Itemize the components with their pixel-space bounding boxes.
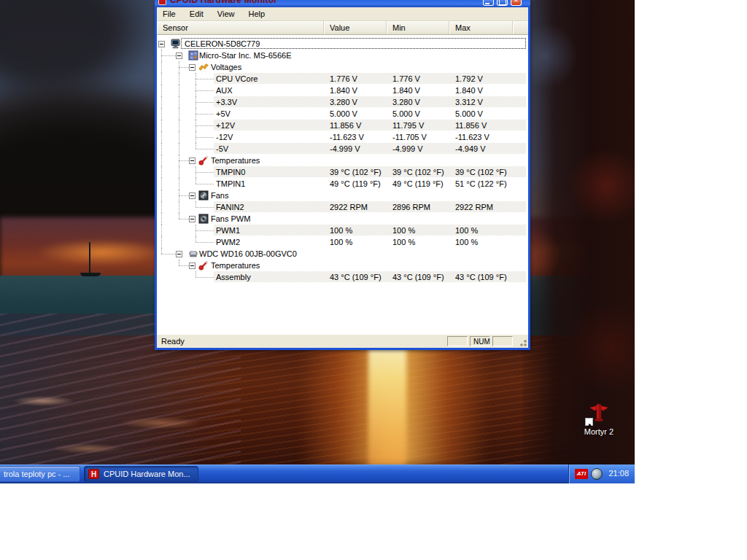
max-cell: 100 % (455, 238, 478, 246)
tree-row[interactable]: AUX1.840 V1.840 V1.840 V (157, 85, 528, 96)
column-header-max[interactable]: Max (449, 21, 513, 34)
tree-row[interactable]: Temperatures (157, 260, 528, 271)
menu-item-edit[interactable]: Edit (184, 7, 209, 21)
tree-rail (196, 236, 196, 242)
tree-row[interactable]: WDC WD16 00JB-00GVC0 (157, 248, 528, 260)
tree-rail (179, 190, 179, 195)
column-header-min[interactable]: Min (387, 21, 449, 34)
motherboard-icon (188, 50, 198, 61)
taskbar-button-teploty[interactable]: trola teploty pc - ... (0, 466, 80, 482)
tree-rail (161, 166, 162, 178)
tree-connector (161, 55, 176, 56)
tree-rail (161, 190, 162, 201)
tree-rail (179, 213, 179, 219)
status-ready: Ready (161, 337, 185, 346)
tree-connector (196, 230, 214, 231)
minimize-button[interactable] (483, 0, 494, 6)
tree-expander-minus[interactable] (189, 64, 196, 71)
min-cell: 11.795 V (392, 121, 424, 130)
system-tray: ATI 21:08 (568, 464, 635, 483)
sailboat-silhouette (89, 242, 90, 274)
app-icon (158, 0, 166, 5)
tree-rail (179, 131, 179, 143)
max-cell: 43 °C (109 °F) (455, 273, 507, 281)
tree-row[interactable]: Temperatures (157, 155, 528, 166)
menu-item-help[interactable]: Help (243, 7, 271, 21)
tree-expander-minus[interactable] (158, 41, 165, 47)
window-title: CPUID Hardware Monitor (170, 0, 277, 5)
tree-connector (196, 125, 214, 126)
tree-row[interactable]: CPU VCore1.776 V1.776 V1.792 V (157, 73, 528, 85)
tree-row[interactable]: PWM1100 %100 %100 % (157, 225, 528, 236)
menu-item-file[interactable]: File (157, 7, 182, 21)
min-cell: 2896 RPM (392, 203, 430, 211)
tree-expander-minus[interactable] (176, 52, 182, 59)
tree-row[interactable]: TMPIN039 °C (102 °F)39 °C (102 °F)39 °C … (157, 166, 528, 178)
taskbar-button-hwmonitor[interactable]: H CPUID Hardware Mon... (84, 466, 198, 482)
value-cell: -11.623 V (330, 133, 364, 141)
hwmonitor-h-icon: H (88, 469, 99, 479)
min-cell: 1.776 V (392, 74, 420, 83)
tree-connector (161, 254, 176, 254)
min-cell: 39 °C (102 °F) (392, 168, 444, 176)
thermometer-icon (198, 260, 209, 271)
tree-row[interactable]: Micro-Star Inc. MS-6566E (157, 50, 528, 61)
column-header-value[interactable]: Value (324, 21, 387, 34)
round-tray-icon[interactable] (591, 468, 603, 480)
tree-expander-minus[interactable] (189, 158, 196, 164)
tree-row[interactable]: -12V-11.623 V-11.705 V-11.623 V (157, 131, 528, 143)
tree-expander-minus[interactable] (176, 251, 182, 257)
tree-row[interactable]: -5V-4.999 V-4.999 V-4.949 V (157, 143, 528, 155)
ati-tray-icon[interactable]: ATI (575, 469, 588, 479)
harddisk-icon (188, 249, 198, 259)
tree-connector (179, 195, 189, 196)
tree-row[interactable]: PWM2100 %100 %100 % (157, 236, 528, 248)
tree-row[interactable]: TMPIN149 °C (119 °F)49 °C (119 °F)51 °C … (157, 178, 528, 190)
min-cell: -4.999 V (392, 144, 423, 153)
tree-rail (196, 271, 196, 277)
clock[interactable]: 21:08 (608, 469, 629, 478)
value-cell: 100 % (330, 238, 352, 246)
tree-rail (179, 143, 179, 155)
desktop-shortcut-mortyr2[interactable]: Mortyr 2 (575, 400, 623, 443)
tree-rail (161, 236, 162, 248)
tree-row[interactable]: +5V5.000 V5.000 V5.000 V (157, 108, 528, 120)
maximize-button[interactable] (497, 0, 508, 6)
tree-rail (161, 61, 162, 73)
tree-rail (161, 85, 162, 96)
tree-label: Assembly (216, 273, 251, 281)
shortcut-arrow-icon (585, 418, 593, 426)
tree-expander-minus[interactable] (189, 262, 196, 269)
tree-row[interactable]: +12V11.856 V11.795 V11.856 V (157, 120, 528, 131)
tree-connector (196, 79, 214, 79)
tree-row[interactable]: Assembly43 °C (109 °F)43 °C (109 °F)43 °… (157, 271, 528, 283)
tree-rail (179, 61, 179, 67)
tree-expander-minus[interactable] (189, 192, 196, 199)
max-cell: 39 °C (102 °F) (455, 168, 507, 176)
tree-rail (161, 96, 162, 108)
tree-rail (161, 108, 162, 120)
tree-label: FANIN2 (216, 203, 244, 211)
tree-label: Voltages (211, 63, 241, 71)
max-cell: 1.792 V (455, 74, 483, 83)
window-titlebar[interactable]: CPUID Hardware Monitor (155, 0, 530, 7)
tree-rail (196, 225, 196, 230)
resize-grip[interactable] (519, 338, 527, 347)
tree-row[interactable]: Fans PWM (157, 213, 528, 225)
tree-row[interactable]: FANIN22922 RPM2896 RPM2922 RPM (157, 201, 528, 213)
tree-row[interactable]: Voltages (157, 61, 528, 73)
value-cell: 49 °C (119 °F) (330, 179, 381, 188)
tree-row[interactable]: +3.3V3.280 V3.280 V3.312 V (157, 96, 528, 108)
tree-rail (179, 120, 179, 131)
column-header-sensor[interactable]: Sensor (157, 21, 324, 34)
tree-expander-minus[interactable] (189, 216, 196, 222)
menu-item-view[interactable]: View (212, 7, 241, 21)
tree-rail (161, 131, 162, 143)
tree-row[interactable]: CELERON-5D8C779 (157, 38, 528, 50)
value-cell: 5.000 V (330, 109, 357, 118)
sensor-tree: CELERON-5D8C779Micro-Star Inc. MS-6566EV… (157, 35, 528, 334)
tree-rail (179, 73, 179, 85)
tree-label: PWM2 (216, 238, 240, 246)
tree-row[interactable]: Fans (157, 190, 528, 201)
close-button[interactable] (511, 0, 522, 6)
